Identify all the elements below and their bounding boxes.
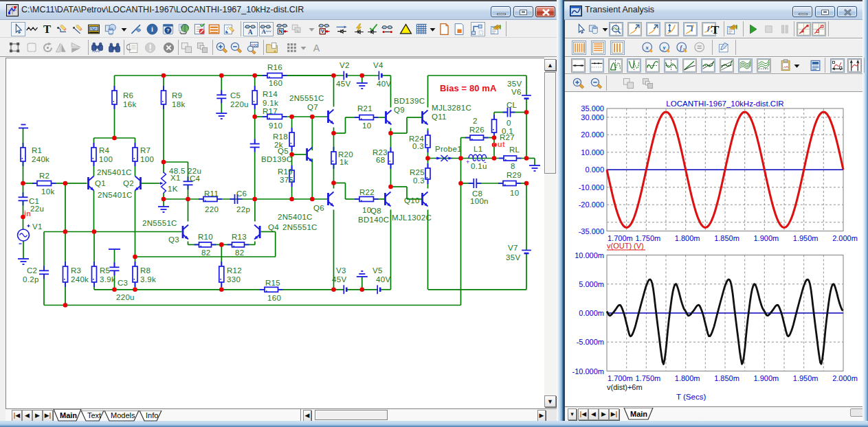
svg-text:V7: V7 (508, 244, 518, 252)
svg-text:R12: R12 (227, 266, 242, 275)
svg-text:10.000: 10.000 (581, 148, 604, 157)
svg-text:8: 8 (511, 162, 515, 170)
svg-text:100n: 100n (470, 197, 489, 205)
svg-text:V4: V4 (373, 61, 383, 69)
svg-text:18k: 18k (172, 100, 185, 108)
svg-text:0.000m: 0.000m (579, 309, 604, 317)
svg-text:-20.000: -20.000 (579, 200, 604, 209)
svg-text:R7: R7 (140, 146, 151, 154)
svg-text:1.950m: 1.950m (793, 234, 819, 242)
svg-text:R9: R9 (172, 91, 182, 100)
svg-text:R17: R17 (263, 107, 278, 115)
svg-text:R25: R25 (410, 168, 425, 176)
svg-text:v(OUT) (V): v(OUT) (V) (607, 242, 644, 250)
svg-text:2N5401C: 2N5401C (278, 213, 313, 221)
svg-text:2.000m: 2.000m (832, 234, 858, 242)
svg-text:MJL3281C: MJL3281C (432, 104, 471, 112)
svg-text:9.1k: 9.1k (263, 99, 278, 107)
svg-text:330: 330 (227, 275, 241, 284)
svg-text:10: 10 (510, 189, 519, 197)
svg-text:1.900m: 1.900m (753, 374, 779, 382)
svg-text:40V: 40V (376, 275, 390, 284)
svg-text:R10: R10 (198, 233, 213, 241)
svg-text:35.000: 35.000 (581, 104, 604, 113)
svg-text:45V: 45V (332, 275, 346, 284)
svg-text:35V: 35V (507, 80, 522, 88)
svg-text:2N5551C: 2N5551C (142, 219, 177, 227)
svg-text:R15: R15 (265, 279, 280, 287)
svg-text:R29: R29 (507, 171, 522, 179)
svg-text:1.850m: 1.850m (714, 374, 739, 382)
svg-text:1.900m: 1.900m (753, 234, 779, 242)
svg-text:2.000m: 2.000m (832, 374, 858, 382)
svg-text:240k: 240k (32, 155, 49, 163)
svg-text:910: 910 (269, 122, 282, 130)
svg-text:in: in (24, 209, 31, 218)
svg-text:BD139C: BD139C (394, 97, 425, 105)
svg-text:R26: R26 (469, 126, 485, 134)
svg-text:35V: 35V (506, 253, 520, 262)
svg-text:240k: 240k (71, 275, 89, 284)
svg-text:BD140C: BD140C (358, 216, 389, 224)
svg-text:R5: R5 (100, 266, 110, 275)
svg-text:10k: 10k (41, 187, 54, 196)
svg-text:V6: V6 (511, 88, 522, 96)
svg-text:V2: V2 (340, 61, 350, 69)
svg-text:v(dist)+6m: v(dist)+6m (607, 383, 643, 391)
svg-text:1.850m: 1.850m (714, 234, 739, 242)
svg-text:R21: R21 (357, 104, 372, 113)
svg-text:375: 375 (280, 176, 293, 184)
svg-text:-10.000: -10.000 (579, 183, 604, 192)
svg-text:Q11: Q11 (432, 113, 447, 121)
svg-text:Q3: Q3 (168, 235, 179, 244)
svg-text:100: 100 (99, 155, 113, 163)
svg-text:LOCANTHI-1967_10kHz-dist.CIR: LOCANTHI-1967_10kHz-dist.CIR (666, 100, 783, 108)
svg-text:RL: RL (509, 146, 520, 154)
svg-text:R22: R22 (359, 188, 375, 196)
svg-text:V5: V5 (372, 266, 383, 275)
svg-text:R8: R8 (140, 266, 151, 275)
svg-text:10.000m: 10.000m (575, 251, 604, 259)
svg-text:MJL1302C: MJL1302C (392, 214, 432, 222)
svg-text:10: 10 (362, 122, 371, 130)
svg-text:40V: 40V (377, 80, 391, 88)
svg-text:R1: R1 (32, 146, 42, 154)
svg-text:C6: C6 (236, 189, 247, 198)
svg-text:0.000: 0.000 (585, 165, 604, 174)
svg-text:45V: 45V (336, 80, 350, 88)
svg-text:-5.000m: -5.000m (577, 338, 604, 346)
svg-text:0.2p: 0.2p (23, 275, 39, 284)
svg-text:1.950m: 1.950m (793, 374, 819, 382)
svg-text:3.9k: 3.9k (140, 275, 156, 284)
svg-text:R13: R13 (232, 233, 247, 241)
svg-text:BD139C: BD139C (261, 155, 292, 163)
svg-text:C5: C5 (230, 91, 241, 100)
svg-text:Q8: Q8 (370, 207, 381, 215)
svg-text:V1: V1 (32, 222, 43, 231)
svg-text:Q1: Q1 (95, 179, 106, 187)
svg-text:C2: C2 (27, 266, 37, 275)
svg-text:68: 68 (376, 156, 385, 164)
svg-text:3.9k: 3.9k (100, 275, 115, 284)
svg-text:2N5551C: 2N5551C (289, 94, 324, 102)
svg-text:R2: R2 (39, 172, 49, 180)
svg-text:Bias = 80 mA: Bias = 80 mA (440, 83, 497, 93)
svg-text:CL: CL (507, 101, 518, 109)
svg-text:20.000: 20.000 (581, 130, 604, 139)
svg-text:22p: 22p (236, 205, 250, 214)
svg-text:Q4: Q4 (268, 223, 279, 231)
svg-text:C3: C3 (118, 279, 128, 287)
svg-text:C4: C4 (190, 174, 201, 183)
svg-text:160: 160 (269, 79, 282, 87)
svg-text:2N5401C: 2N5401C (97, 168, 132, 176)
svg-text:220: 220 (205, 205, 219, 214)
svg-text:Q5: Q5 (278, 147, 289, 155)
svg-text:1.700m: 1.700m (608, 374, 633, 382)
svg-text:R16: R16 (267, 63, 282, 71)
svg-text:1.750m: 1.750m (635, 234, 660, 242)
svg-text:Q10: Q10 (404, 196, 420, 205)
svg-text:R14: R14 (263, 90, 278, 98)
svg-text:30.000: 30.000 (581, 113, 604, 122)
svg-text:16k: 16k (123, 100, 136, 108)
svg-text:R18: R18 (273, 132, 288, 141)
